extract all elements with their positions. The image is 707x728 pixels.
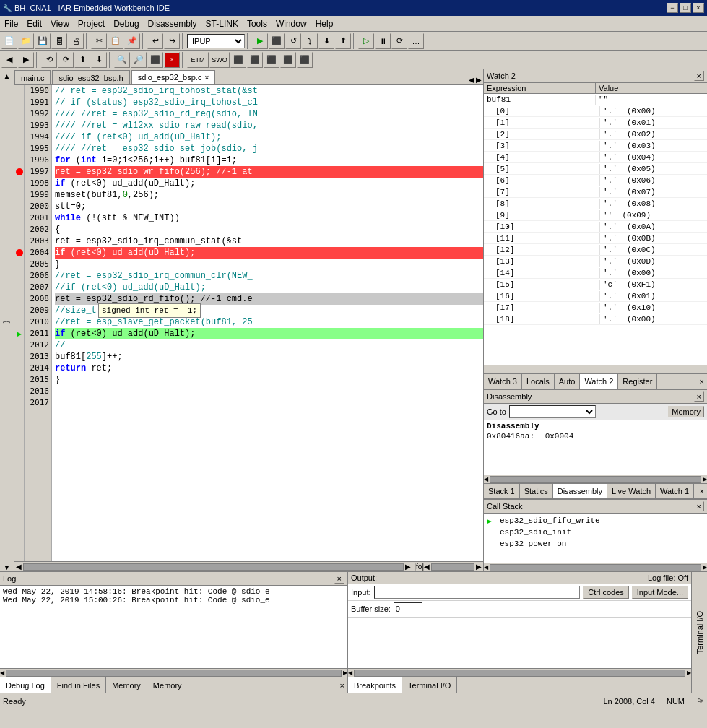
menu-stlink[interactable]: ST-LINK bbox=[201, 16, 243, 32]
tb2-etm[interactable]: ETM bbox=[187, 52, 209, 68]
tab-main-c[interactable]: main.c bbox=[14, 70, 51, 84]
log-hscroll-right[interactable]: ▶ bbox=[343, 670, 347, 676]
open-btn[interactable]: 📁 bbox=[18, 33, 34, 49]
hscroll2-thumb[interactable] bbox=[431, 563, 474, 571]
tab-terminal-io[interactable]: Terminal I/O bbox=[402, 677, 457, 693]
tb2-btn5[interactable]: ⬆ bbox=[74, 52, 90, 68]
tb2-btn6[interactable]: ⬇ bbox=[91, 52, 107, 68]
disassembly-close-btn[interactable]: × bbox=[694, 391, 704, 402]
code-editor[interactable]: ● ▶ 1990 1991 1992 1993 1994 1995 1996 1… bbox=[14, 85, 483, 561]
hscroll-left[interactable]: ◀ bbox=[16, 563, 22, 571]
tb2-btn13[interactable]: ⬛ bbox=[230, 52, 246, 68]
cut-btn[interactable]: ✂ bbox=[91, 33, 107, 49]
watch-row-10[interactable]: [10] '.' (0x0A) bbox=[484, 221, 707, 233]
tab-watch2[interactable]: Watch 2 bbox=[580, 374, 618, 389]
menu-debug[interactable]: Debug bbox=[109, 16, 143, 32]
build-config-dropdown[interactable]: IPUP bbox=[187, 34, 245, 48]
watch-row-buf81[interactable]: buf81 "" bbox=[484, 94, 707, 105]
tab-memory-2[interactable]: Memory bbox=[147, 677, 188, 693]
watch-row-16[interactable]: [16] '.' (0x01) bbox=[484, 290, 707, 302]
reset-btn2[interactable]: ⟳ bbox=[391, 33, 407, 49]
tb2-btn16[interactable]: ⬛ bbox=[280, 52, 296, 68]
tab-close-icon[interactable]: × bbox=[204, 74, 209, 82]
debug-stop-btn[interactable]: ⬛ bbox=[269, 33, 285, 49]
debug-start-btn[interactable]: ▶ bbox=[252, 33, 268, 49]
tab-arrow-right[interactable]: ▶ bbox=[476, 76, 482, 84]
menu-tools[interactable]: Tools bbox=[243, 16, 272, 32]
dasm-hscroll-thumb[interactable] bbox=[490, 476, 701, 483]
save-all-btn[interactable]: 🗄 bbox=[51, 33, 67, 49]
watch-row-7[interactable]: [7] '.' (0x07) bbox=[484, 186, 707, 198]
cs-hscroll-left[interactable]: ◀ bbox=[484, 564, 488, 571]
tab-find-in-files[interactable]: Find in Files bbox=[51, 677, 106, 693]
tb2-btn2[interactable]: ▶ bbox=[18, 52, 34, 68]
watch-row-12[interactable]: [12] '.' (0x0C) bbox=[484, 244, 707, 256]
hscroll-thumb[interactable] bbox=[23, 563, 404, 571]
panel1-close-btn[interactable]: × bbox=[697, 374, 707, 389]
tb2-btn1[interactable]: ◀ bbox=[1, 52, 17, 68]
hscroll2-right[interactable]: ▶ bbox=[476, 563, 482, 571]
watch-row-14[interactable]: [14] '.' (0x00) bbox=[484, 267, 707, 279]
callstack-row-1[interactable]: ▶ esp32_sdio_fifo_write bbox=[485, 515, 706, 526]
menu-file[interactable]: File bbox=[0, 16, 22, 32]
cs-hscroll-right[interactable]: ▶ bbox=[703, 564, 707, 571]
watch-row-5[interactable]: [5] '.' (0x05) bbox=[484, 163, 707, 175]
log-panel-close[interactable]: × bbox=[337, 677, 347, 693]
watch-close-btn[interactable]: × bbox=[694, 71, 704, 81]
dasm-hscroll-right[interactable]: ▶ bbox=[703, 476, 707, 482]
watch-content[interactable]: buf81 "" [0] '.' (0x00) [1] '.' (0x01) [… bbox=[484, 94, 707, 365]
tab-breakpoints[interactable]: Breakpoints bbox=[348, 677, 402, 693]
tab-watch1[interactable]: Watch 1 bbox=[656, 484, 694, 498]
watch-row-17[interactable]: [17] '.' (0x10) bbox=[484, 302, 707, 313]
minimize-button[interactable]: − bbox=[667, 3, 678, 13]
undo-btn[interactable]: ↩ bbox=[147, 33, 163, 49]
tab-sdio-bsp-c[interactable]: sdio_esp32_bsp.c × bbox=[131, 70, 216, 84]
menu-project[interactable]: Project bbox=[74, 16, 109, 32]
watch-row-11[interactable]: [11] '.' (0x0B) bbox=[484, 233, 707, 244]
callstack-close-btn[interactable]: × bbox=[694, 501, 704, 511]
debug-reset-btn[interactable]: ↺ bbox=[285, 33, 301, 49]
close-button[interactable]: × bbox=[693, 3, 704, 13]
tb2-btn4[interactable]: ⟳ bbox=[58, 52, 74, 68]
menu-edit[interactable]: Edit bbox=[22, 16, 46, 32]
watch-row-6[interactable]: [6] '.' (0x06) bbox=[484, 175, 707, 186]
tab-sdio-bsp-h[interactable]: sdio_esp32_bsp.h bbox=[52, 70, 129, 84]
callstack-row-3[interactable]: esp32 power on bbox=[485, 538, 706, 550]
maximize-button[interactable]: □ bbox=[680, 3, 691, 13]
callstack-row-2[interactable]: esp32_sdio_init bbox=[485, 526, 706, 538]
tb2-btn10[interactable]: × bbox=[164, 52, 180, 68]
output-input-field[interactable] bbox=[374, 586, 581, 599]
disassembly-content[interactable]: Disassembly 0x80416aa: 0x0004 bbox=[484, 420, 707, 474]
sidebar-arrow-up[interactable]: ▲ bbox=[4, 72, 11, 80]
watch-row-3[interactable]: [3] '.' (0x03) bbox=[484, 140, 707, 152]
tb2-btn7[interactable]: 🔍 bbox=[114, 52, 130, 68]
ctrl-codes-btn[interactable]: Ctrl codes bbox=[583, 586, 629, 599]
menu-help[interactable]: Help bbox=[311, 16, 338, 32]
redo-btn[interactable]: ↪ bbox=[164, 33, 180, 49]
watch-row-0[interactable]: [0] '.' (0x00) bbox=[484, 105, 707, 117]
cs-hscroll-thumb[interactable] bbox=[490, 564, 701, 571]
watch-row-9[interactable]: [9] '' (0x09) bbox=[484, 209, 707, 221]
new-btn[interactable]: 📄 bbox=[1, 33, 17, 49]
dasm-hscroll-left[interactable]: ◀ bbox=[484, 476, 488, 482]
panel2-close-btn[interactable]: × bbox=[697, 484, 707, 498]
print-btn[interactable]: 🖨 bbox=[68, 33, 84, 49]
watch-hscroll[interactable] bbox=[484, 366, 707, 373]
tab-debug-log[interactable]: Debug Log bbox=[0, 677, 51, 693]
tab-disassembly[interactable]: Disassembly bbox=[553, 484, 607, 498]
sidebar-arrow-down[interactable]: ▼ bbox=[4, 563, 11, 571]
watch-row-4[interactable]: [4] '.' (0x04) bbox=[484, 152, 707, 163]
tab-statics[interactable]: Statics bbox=[520, 484, 553, 498]
watch-row-1[interactable]: [1] '.' (0x01) bbox=[484, 117, 707, 129]
watch-row-8[interactable]: [8] '.' (0x08) bbox=[484, 198, 707, 209]
watch-row-18[interactable]: [18] '.' (0x00) bbox=[484, 313, 707, 325]
tb2-btn17[interactable]: ⬛ bbox=[297, 52, 313, 68]
paste-btn[interactable]: 📌 bbox=[124, 33, 140, 49]
tab-memory-1[interactable]: Memory bbox=[106, 677, 147, 693]
tb2-btn3[interactable]: ⟲ bbox=[41, 52, 57, 68]
tab-arrow-left[interactable]: ◀ bbox=[469, 76, 474, 84]
goto-dropdown[interactable] bbox=[509, 405, 596, 418]
break-btn[interactable]: ⏸ bbox=[375, 33, 391, 49]
tb2-btn14[interactable]: ⬛ bbox=[247, 52, 263, 68]
tb2-btn15[interactable]: ⬛ bbox=[264, 52, 279, 68]
